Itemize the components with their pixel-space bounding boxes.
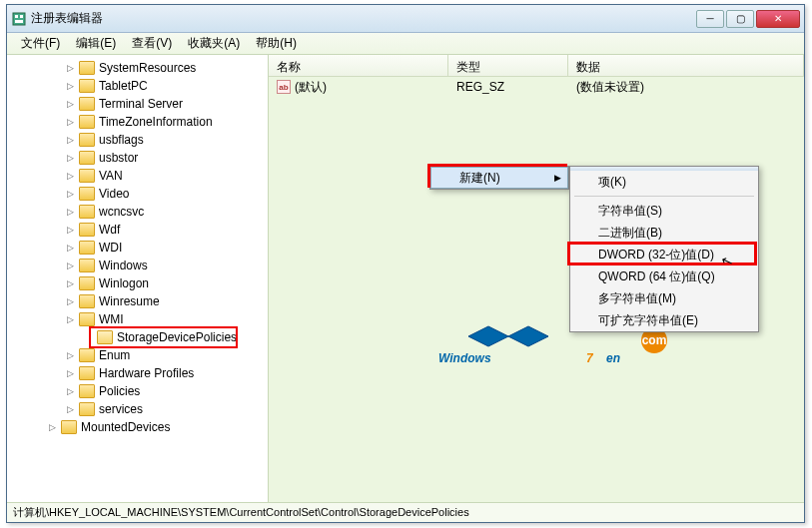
tree-node[interactable]: ▷wcncsvc bbox=[7, 203, 268, 221]
svg-rect-1 bbox=[15, 15, 18, 18]
expand-icon[interactable]: ▷ bbox=[65, 99, 75, 109]
tree-node[interactable]: ▷MountedDevices bbox=[7, 418, 268, 436]
menu-help[interactable]: 帮助(H) bbox=[248, 33, 305, 54]
menuitem-binary[interactable]: 二进制值(B) bbox=[570, 222, 758, 244]
tree-node[interactable]: ▷TimeZoneInformation bbox=[7, 113, 268, 131]
titlebar[interactable]: 注册表编辑器 ─ ▢ ✕ bbox=[7, 5, 804, 33]
tree-label: Enum bbox=[99, 348, 130, 362]
menuitem-new[interactable]: 新建(N) ▶ bbox=[430, 167, 568, 189]
expand-icon[interactable]: ▷ bbox=[65, 81, 75, 91]
tree-node[interactable]: ▷Winresume bbox=[7, 292, 268, 310]
menuitem-expandstring[interactable]: 可扩充字符串值(E) bbox=[570, 309, 758, 331]
tree-label: usbstor bbox=[99, 151, 138, 165]
tree-node[interactable]: ▷Policies bbox=[7, 382, 268, 400]
col-name[interactable]: 名称 bbox=[269, 55, 448, 76]
expand-icon[interactable]: ▷ bbox=[65, 63, 75, 73]
folder-icon bbox=[79, 61, 95, 75]
tree-node[interactable]: ▷TabletPC bbox=[7, 77, 268, 95]
menu-edit[interactable]: 编辑(E) bbox=[68, 33, 124, 54]
value-row[interactable]: ab (默认) REG_SZ (数值未设置) bbox=[269, 77, 804, 97]
tree-node[interactable]: ▷Terminal Server bbox=[7, 95, 268, 113]
expand-icon[interactable]: ▷ bbox=[47, 422, 57, 432]
expand-icon[interactable]: ▷ bbox=[65, 171, 75, 181]
folder-icon bbox=[79, 133, 95, 147]
menuitem-multistring[interactable]: 多字符串值(M) bbox=[570, 287, 758, 309]
folder-icon bbox=[79, 294, 95, 308]
tree-label: Windows bbox=[99, 259, 148, 272]
folder-icon bbox=[79, 366, 95, 380]
expand-icon[interactable]: ▷ bbox=[65, 368, 75, 378]
tree-node[interactable]: ▷Windows bbox=[7, 257, 268, 274]
folder-icon bbox=[79, 169, 95, 183]
tree-label: MountedDevices bbox=[81, 420, 170, 434]
expand-icon[interactable]: ▷ bbox=[65, 314, 75, 324]
folder-icon bbox=[79, 115, 95, 129]
tree-label: Wdf bbox=[99, 223, 120, 237]
folder-icon bbox=[79, 79, 95, 93]
folder-icon bbox=[79, 151, 95, 165]
svg-text:com: com bbox=[642, 333, 667, 347]
expand-icon[interactable]: ▷ bbox=[65, 207, 75, 217]
tree-label: TabletPC bbox=[99, 79, 148, 93]
tree-label: TimeZoneInformation bbox=[99, 115, 213, 129]
tree-label: Winlogon bbox=[99, 276, 149, 290]
tree-label: VAN bbox=[99, 169, 123, 183]
svg-text:en: en bbox=[606, 351, 620, 365]
menuitem-dword[interactable]: DWORD (32-位)值(D) bbox=[570, 244, 758, 265]
context-submenu-new: 项(K) 字符串值(S) 二进制值(B) DWORD (32-位)值(D) QW… bbox=[569, 166, 759, 332]
svg-rect-0 bbox=[13, 13, 25, 25]
tree-node[interactable]: ▷usbstor bbox=[7, 149, 268, 167]
tree-label: Policies bbox=[99, 384, 140, 398]
tree-node[interactable]: ▷Winlogon bbox=[7, 274, 268, 292]
tree-node[interactable]: ▷usbflags bbox=[7, 131, 268, 149]
svg-rect-2 bbox=[20, 15, 23, 18]
menu-favorites[interactable]: 收藏夹(A) bbox=[180, 33, 248, 54]
close-button[interactable]: ✕ bbox=[756, 10, 800, 28]
folder-icon bbox=[79, 187, 95, 201]
tree-node[interactable]: ▷Hardware Profiles bbox=[7, 364, 268, 382]
expand-icon[interactable]: ▷ bbox=[65, 404, 75, 414]
expand-icon[interactable]: ▷ bbox=[65, 117, 75, 127]
menuitem-key[interactable]: 项(K) bbox=[570, 171, 758, 193]
tree-node[interactable]: ▷SystemResources bbox=[7, 59, 268, 77]
tree-node[interactable]: ▷Video bbox=[7, 185, 268, 203]
expand-icon[interactable]: ▷ bbox=[65, 386, 75, 396]
expand-icon[interactable]: ▷ bbox=[65, 153, 75, 163]
folder-icon bbox=[79, 97, 95, 111]
tree-node[interactable]: ▷WDI bbox=[7, 239, 268, 257]
expand-icon[interactable]: ▷ bbox=[65, 135, 75, 145]
tree-node[interactable]: ▷Enum bbox=[7, 346, 268, 364]
expand-icon[interactable]: ▷ bbox=[65, 296, 75, 306]
folder-icon bbox=[79, 241, 95, 255]
expand-icon[interactable]: ▷ bbox=[65, 261, 75, 270]
menu-view[interactable]: 查看(V) bbox=[124, 33, 180, 54]
tree-label: services bbox=[99, 402, 143, 416]
tree-node[interactable]: ▷services bbox=[7, 400, 268, 418]
col-data[interactable]: 数据 bbox=[568, 55, 804, 76]
maximize-button[interactable]: ▢ bbox=[726, 10, 754, 28]
folder-icon bbox=[79, 223, 95, 237]
menu-file[interactable]: 文件(F) bbox=[13, 33, 68, 54]
tree-node[interactable]: ▷VAN bbox=[7, 167, 268, 185]
expand-icon[interactable]: ▷ bbox=[65, 278, 75, 288]
status-bar: 计算机\HKEY_LOCAL_MACHINE\SYSTEM\CurrentCon… bbox=[7, 502, 804, 522]
window-title: 注册表编辑器 bbox=[31, 10, 696, 27]
tree-label: Winresume bbox=[99, 294, 160, 308]
folder-icon bbox=[79, 205, 95, 219]
minimize-button[interactable]: ─ bbox=[696, 10, 724, 28]
context-menu-new: 新建(N) ▶ bbox=[429, 166, 569, 190]
menuitem-qword[interactable]: QWORD (64 位)值(Q) bbox=[570, 265, 758, 287]
expand-icon[interactable]: ▷ bbox=[65, 189, 75, 199]
tree-node[interactable]: ▷Wdf bbox=[7, 221, 268, 239]
col-type[interactable]: 类型 bbox=[448, 55, 568, 76]
tree-label: Hardware Profiles bbox=[99, 366, 194, 380]
tree-panel[interactable]: ▷SystemResources▷TabletPC▷Terminal Serve… bbox=[7, 55, 269, 502]
submenu-arrow-icon: ▶ bbox=[554, 173, 561, 183]
highlight-box bbox=[89, 326, 238, 348]
svg-text:7: 7 bbox=[586, 351, 594, 365]
expand-icon[interactable]: ▷ bbox=[65, 225, 75, 235]
expand-icon[interactable]: ▷ bbox=[65, 243, 75, 253]
expand-icon[interactable]: ▷ bbox=[65, 350, 75, 360]
menuitem-string[interactable]: 字符串值(S) bbox=[570, 200, 758, 222]
folder-icon bbox=[79, 276, 95, 290]
